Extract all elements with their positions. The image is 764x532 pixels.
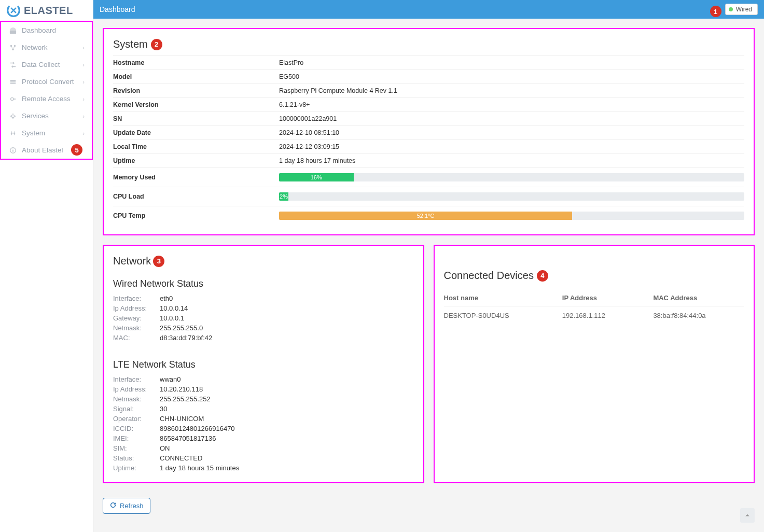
network-row-key: Gateway: [113,314,160,322]
device-hostname: DESKTOP-S0UD4US [444,312,562,319]
network-row-key: Signal: [113,405,160,413]
wired-network-title: Wired Network Status [113,272,414,293]
network-row: Ip Address:10.20.210.118 [113,384,414,394]
network-row-val: CHN-UNICOM [160,415,204,423]
scroll-to-top-button[interactable] [740,508,755,523]
system-row-key: Revision [113,87,279,94]
network-row: Gateway:10.0.0.1 [113,313,414,323]
sidebar-item-remote-access[interactable]: Remote Access › [1,90,92,107]
chevron-right-icon: › [82,62,85,68]
chevron-right-icon: › [82,113,85,119]
svg-point-11 [11,132,13,134]
sidebar-item-label: Remote Access [22,95,71,103]
sidebar-item-services[interactable]: Services › [1,107,92,124]
system-panel-title: System 2 [113,35,744,55]
sidebar-item-label: Dashboard [22,26,56,34]
network-panel-title: Network 3 [113,252,414,272]
dashboard-icon [8,27,18,34]
chevron-right-icon: › [82,130,85,136]
sidebar-item-dashboard[interactable]: Dashboard [1,22,92,39]
network-row: SIM:ON [113,443,414,453]
refresh-button[interactable]: Refresh [103,498,150,514]
sidebar-item-label: Protocol Convert [22,78,74,86]
col-ip: IP Address [562,294,654,302]
connection-status-badge[interactable]: Wired 1 [725,4,758,15]
system-icon [8,130,18,137]
sidebar-item-protocol-convert[interactable]: Protocol Convert › [1,73,92,90]
system-row: SN100000001a22a901 [113,111,744,125]
network-row-key: Status: [113,454,160,462]
svg-rect-5 [10,80,16,81]
network-row: Interface:wwan0 [113,374,414,384]
sidebar-item-label: Network [22,44,48,51]
system-row-val: ElastPro [279,59,744,66]
system-row-key: Model [113,73,279,80]
network-row: Signal:30 [113,404,414,414]
network-panel: Network 3 Wired Network Status Interface… [103,245,424,483]
annotation-marker-1: 1 [710,6,721,17]
system-row: RevisionRaspberry Pi Compute Module 4 Re… [113,83,744,97]
topbar: Dashboard Wired 1 [93,0,764,19]
protocol-convert-icon [8,78,18,86]
system-row-val: 6.1.21-v8+ [279,101,744,108]
network-row-val: ON [160,444,170,452]
network-panel-title-text: Network [113,255,151,267]
network-row-val: 89860124801266916470 [160,425,235,432]
col-hostname: Host name [444,294,562,302]
sidebar-item-network[interactable]: Network › [1,39,92,56]
svg-rect-7 [10,82,16,83]
system-row-key: Update Date [113,129,279,136]
network-row-val: 1 day 18 hours 15 minutes [160,464,239,472]
system-bar-key: CPU Load [113,193,279,200]
system-row-key: Uptime [113,157,279,164]
svg-rect-15 [12,150,13,152]
connected-devices-title-text: Connected Devices [444,270,534,282]
network-row-val: 10.0.0.1 [160,314,184,322]
content: System 2 HostnameElastProModelEG500Revis… [93,19,764,523]
connection-status-dot [729,7,733,11]
table-row: DESKTOP-S0UD4US192.168.1.11238:ba:f8:84:… [444,306,745,325]
system-row-val: Raspberry Pi Compute Module 4 Rev 1.1 [279,87,744,94]
network-row: Ip Address:10.0.0.14 [113,303,414,313]
network-row: ICCID:89860124801266916470 [113,424,414,433]
sidebar-item-data-collect[interactable]: Data Collect › [1,56,92,73]
page-title: Dashboard [100,5,135,13]
connection-status-label: Wired [736,6,752,13]
system-rows: HostnameElastProModelEG500RevisionRaspbe… [113,55,744,167]
system-row-val: 1 day 18 hours 17 minutes [279,157,744,164]
network-row: MAC:d8:3a:dd:79:bf:42 [113,333,414,343]
progress-bar-fill: 2% [279,192,288,201]
svg-rect-9 [13,99,16,100]
system-row-val: 2024-12-12 03:09:15 [279,143,744,150]
connected-devices-title: Connected Devices 4 [444,267,745,287]
annotation-marker-2: 2 [151,39,162,50]
network-row-val: d8:3a:dd:79:bf:42 [160,334,212,342]
refresh-button-label: Refresh [120,502,144,510]
lte-network-title: LTE Network Status [113,353,414,374]
sidebar: ELASTEL Dashboard Network › Data Co [0,0,93,532]
svg-point-12 [13,132,16,134]
system-row: Local Time2024-12-12 03:09:15 [113,139,744,153]
device-mac: 38:ba:f8:84:44:0a [653,312,744,319]
wired-network-rows: Interface:eth0Ip Address:10.0.0.14Gatewa… [113,293,414,343]
network-row-key: Ip Address: [113,385,160,393]
system-bar-row: CPU Temp52.1°C [113,206,744,225]
network-row-val: eth0 [160,295,173,302]
brand-logo: ELASTEL [0,0,93,19]
network-row-key: Netmask: [113,395,160,403]
system-panel: System 2 HostnameElastProModelEG500Revis… [103,28,755,235]
chevron-right-icon: › [82,45,85,51]
system-bar-row: CPU Load2% [113,187,744,206]
data-collect-icon [8,61,18,68]
progress-bar-fill: 16% [279,173,354,181]
table-body: DESKTOP-S0UD4US192.168.1.11238:ba:f8:84:… [444,306,745,325]
network-row-val: 30 [160,405,167,413]
network-row-val: wwan0 [160,375,180,383]
brand-icon [6,3,21,18]
svg-rect-1 [10,31,16,34]
network-row: Status:CONNECTED [113,453,414,463]
system-row: ModelEG500 [113,69,744,83]
sidebar-item-system[interactable]: System › [1,124,92,142]
network-row-key: Uptime: [113,464,160,472]
system-bar-row: Memory Used16% [113,167,744,187]
